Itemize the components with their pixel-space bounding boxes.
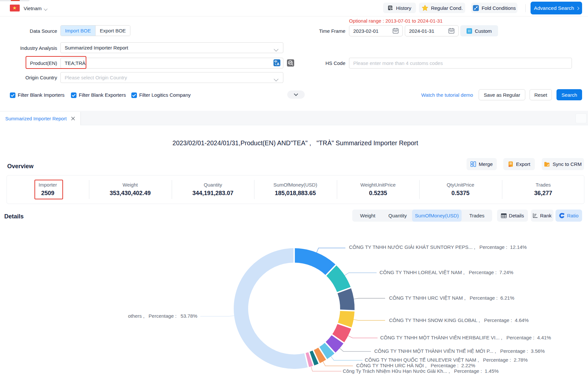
svg-text:A: A [277,62,279,66]
